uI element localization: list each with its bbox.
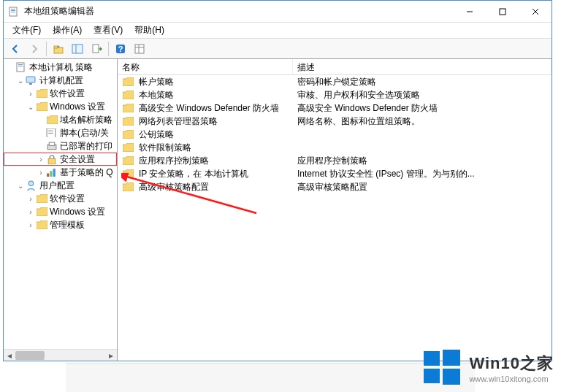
svg-rect-2 xyxy=(11,10,15,11)
app-icon xyxy=(8,6,20,18)
folder-icon xyxy=(122,103,134,113)
expand-icon[interactable]: › xyxy=(26,195,36,203)
tree-admin-templates[interactable]: › 管理模板 xyxy=(4,218,117,231)
svg-rect-27 xyxy=(49,142,54,145)
svg-rect-15 xyxy=(135,45,144,53)
svg-rect-28 xyxy=(48,158,56,164)
column-name[interactable]: 名称 xyxy=(118,59,293,74)
svg-rect-30 xyxy=(50,171,52,177)
column-description[interactable]: 描述 xyxy=(293,59,552,74)
policy-icon xyxy=(15,62,27,72)
expand-icon[interactable]: › xyxy=(26,90,36,98)
menu-action[interactable]: 操作(A) xyxy=(48,23,86,38)
minimize-button[interactable] xyxy=(453,1,486,22)
tree-horizontal-scrollbar[interactable]: ◂ ▸ xyxy=(4,349,117,361)
svg-rect-34 xyxy=(424,351,440,366)
expand-icon[interactable]: › xyxy=(26,208,36,216)
list-row[interactable]: 网络列表管理器策略网络名称、图标和位置组策略。 xyxy=(118,115,552,128)
svg-rect-3 xyxy=(11,12,15,12)
titlebar[interactable]: 本地组策略编辑器 xyxy=(4,1,552,23)
watermark-url: www.win10xitong.com xyxy=(469,374,554,383)
list-item-desc: Internet 协议安全性 (IPsec) 管理。为与别的... xyxy=(293,168,552,180)
window-title: 本地组策略编辑器 xyxy=(24,5,453,18)
printer-icon xyxy=(46,141,58,151)
show-hide-tree-button[interactable] xyxy=(69,41,86,57)
folder-icon xyxy=(122,90,134,100)
list-item-desc: 应用程序控制策略 xyxy=(293,155,552,167)
windows-logo-icon xyxy=(422,348,462,388)
expand-icon[interactable]: › xyxy=(36,155,46,164)
list-row[interactable]: 帐户策略密码和帐户锁定策略 xyxy=(118,75,552,88)
tree-computer-config[interactable]: ⌄ 计算机配置 xyxy=(4,74,117,87)
svg-rect-36 xyxy=(424,369,440,383)
list-row[interactable]: 本地策略审核、用户权利和安全选项策略 xyxy=(118,88,552,101)
list-row[interactable]: 应用程序控制策略应用程序控制策略 xyxy=(118,154,552,167)
expand-icon[interactable]: › xyxy=(26,221,36,229)
tree-user-windows-settings[interactable]: › Windows 设置 xyxy=(4,205,117,218)
list-body: 帐户策略密码和帐户锁定策略本地策略审核、用户权利和安全选项策略高级安全 Wind… xyxy=(118,75,552,361)
folder-icon xyxy=(122,169,134,179)
help-button[interactable]: ? xyxy=(112,41,129,57)
export-button[interactable] xyxy=(88,41,105,57)
folder-icon xyxy=(36,88,47,99)
folder-icon xyxy=(122,77,134,87)
tree-security-settings[interactable]: › 安全设置 xyxy=(4,153,117,166)
list-row[interactable]: 高级审核策略配置高级审核策略配置 xyxy=(118,180,552,193)
folder-icon xyxy=(36,207,47,217)
properties-button[interactable] xyxy=(131,41,148,57)
tree-policy-based-qos[interactable]: › 基于策略的 Q xyxy=(4,166,117,179)
svg-rect-21 xyxy=(26,77,35,82)
list-item-desc: 高级安全 Windows Defender 防火墙 xyxy=(293,102,552,115)
list-row[interactable]: 公钥策略 xyxy=(118,128,552,141)
watermark-title: Win10之家 xyxy=(469,353,554,374)
toolbar: ? xyxy=(4,39,552,59)
list-row[interactable]: 高级安全 Windows Defender 防火墙高级安全 Windows De… xyxy=(118,101,552,115)
collapse-icon[interactable]: ⌄ xyxy=(15,182,26,190)
list-item-desc: 密码和帐户锁定策略 xyxy=(293,76,552,88)
svg-rect-19 xyxy=(18,64,23,65)
tree-name-resolution[interactable]: 域名解析策略 xyxy=(4,113,117,126)
menu-help[interactable]: 帮助(H) xyxy=(130,23,169,38)
close-button[interactable] xyxy=(519,1,552,22)
menu-view[interactable]: 查看(V) xyxy=(89,23,127,38)
list-item-name: 高级安全 Windows Defender 防火墙 xyxy=(139,102,279,115)
collapse-icon[interactable]: ⌄ xyxy=(26,103,36,111)
forward-button[interactable] xyxy=(26,41,43,57)
list-item-name: 本地策略 xyxy=(139,89,174,101)
tree-deployed-printers[interactable]: 已部署的打印 xyxy=(4,139,117,153)
user-icon xyxy=(26,180,37,191)
menu-file[interactable]: 文件(F) xyxy=(8,23,45,38)
list-item-desc: 网络名称、图标和位置组策略。 xyxy=(293,115,552,128)
list-item-name: 应用程序控制策略 xyxy=(139,155,209,167)
list-row[interactable]: 软件限制策略 xyxy=(118,141,552,154)
folder-icon xyxy=(122,182,134,192)
list-item-desc: 审核、用户权利和安全选项策略 xyxy=(293,89,552,101)
expand-icon[interactable]: ⌄ xyxy=(15,77,26,85)
tree-scripts[interactable]: 脚本(启动/关 xyxy=(4,126,117,139)
computer-icon xyxy=(26,75,37,85)
list-item-name: 高级审核策略配置 xyxy=(139,181,209,193)
tree-software-settings[interactable]: › 软件设置 xyxy=(4,87,117,100)
scroll-left-arrow[interactable]: ◂ xyxy=(4,350,15,361)
tree-root[interactable]: 本地计算机 策略 xyxy=(4,61,117,74)
svg-rect-12 xyxy=(93,45,99,53)
folder-icon xyxy=(36,193,47,204)
list-row[interactable]: IP 安全策略，在 本地计算机Internet 协议安全性 (IPsec) 管理… xyxy=(118,167,552,180)
list-item-name: 网络列表管理器策略 xyxy=(139,115,218,128)
tree-windows-settings[interactable]: ⌄ Windows 设置 xyxy=(4,100,117,113)
tree-user-software-settings[interactable]: › 软件设置 xyxy=(4,192,117,205)
tree-user-config[interactable]: ⌄ 用户配置 xyxy=(4,179,117,192)
up-level-button[interactable] xyxy=(50,41,67,57)
scroll-right-arrow[interactable]: ▸ xyxy=(105,350,117,361)
folder-icon xyxy=(46,115,58,125)
back-button[interactable] xyxy=(7,41,24,57)
folder-icon xyxy=(122,142,134,153)
svg-point-32 xyxy=(28,181,33,185)
watermark: Win10之家 www.win10xitong.com xyxy=(422,348,554,388)
gpedit-window: 本地组策略编辑器 文件(F) 操作(A) 查看(V) 帮助(H) ? xyxy=(3,0,552,361)
maximize-button[interactable] xyxy=(486,1,519,22)
security-icon xyxy=(46,154,58,164)
scroll-thumb[interactable] xyxy=(15,351,45,360)
expand-icon[interactable]: › xyxy=(36,169,46,177)
svg-rect-35 xyxy=(443,350,460,366)
